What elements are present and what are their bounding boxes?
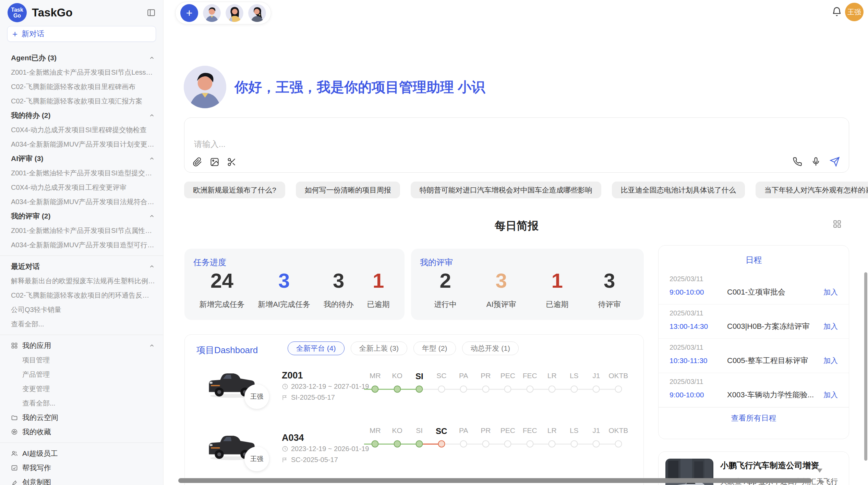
sidebar-item[interactable]: C02-飞腾新能源轻客改款项目里程碑画布	[0, 79, 163, 94]
chevron-up-icon	[149, 55, 155, 61]
milestone-ls: LS	[563, 372, 586, 394]
metric-label: 已逾期	[546, 299, 568, 310]
recent-chat-item[interactable]: 公司Q3轻卡销量	[0, 302, 163, 317]
grid-layout-icon[interactable]	[833, 220, 842, 228]
milestone-dot	[394, 440, 401, 448]
project-dashboard-card: 项目Dashboard 全新平台 (4) 全新上装 (3) 年型 (2) 动总开…	[184, 334, 644, 485]
suggestion-chip[interactable]: 欧洲新规最近颁布了什么?	[184, 182, 285, 198]
sidebar-item[interactable]: A034-全新新能源MUV产品开发项目计划变更表编写	[0, 137, 163, 151]
vertical-scrollbar[interactable]	[864, 272, 867, 461]
project-owner-badge: 王强	[244, 447, 269, 471]
milestone-label: KO	[386, 372, 409, 383]
filter-new-platform[interactable]: 全新平台 (4)	[288, 341, 345, 355]
filter-new-body[interactable]: 全新上装 (3)	[351, 341, 408, 355]
user-avatar[interactable]: 王强	[845, 3, 864, 21]
project-flag: SI-2025-05-17	[282, 394, 335, 401]
suggestion-chip[interactable]: 特朗普可能对进口汽车增税会对中国车企造成哪些影响	[411, 182, 601, 198]
milestone-mr: MR	[364, 372, 386, 394]
app-item-project-mgmt[interactable]: 项目管理	[0, 353, 163, 367]
milestone-dot	[548, 386, 556, 393]
sidebar-item[interactable]: Z001-全新燃油轻卡产品开发项目SI造型提交物评审	[0, 166, 163, 180]
suggestion-chip[interactable]: 如何写一份清晰的项目周报	[296, 182, 400, 198]
suggestion-chip[interactable]: 当下年轻人对汽车外观有怎样的喜好趋势	[756, 182, 868, 198]
scroll-right-icon[interactable]	[820, 479, 824, 485]
sidebar-item[interactable]: A034-全新新能源MUV产品开发项目法规符合性评审	[0, 195, 163, 209]
section-my-todo[interactable]: 我的待办 (2)	[0, 108, 163, 123]
mic-icon[interactable]	[811, 157, 821, 166]
section-ai-review[interactable]: AI评审 (3)	[0, 151, 163, 166]
section-agent-done[interactable]: Agent已办 (3)	[0, 51, 163, 65]
section-my-apps[interactable]: 我的应用	[0, 338, 163, 353]
join-meeting-link[interactable]: 加入	[823, 287, 838, 297]
app-item-change-mgmt[interactable]: 变更管理	[0, 382, 163, 396]
join-meeting-link[interactable]: 加入	[823, 322, 838, 331]
briefing-title: 每日简报	[184, 219, 849, 234]
user-name: 王强	[847, 8, 861, 17]
section-recent-chats[interactable]: 最近对话	[0, 259, 163, 274]
paperclip-icon[interactable]	[193, 157, 202, 167]
add-assistant-button[interactable]: +	[180, 4, 198, 22]
horizontal-scrollbar[interactable]	[178, 478, 812, 483]
view-all-schedule-link[interactable]: 查看所有日程	[659, 408, 849, 429]
suggestion-chip[interactable]: 比亚迪全固态电池计划具体说了什么	[612, 182, 745, 198]
phone-icon[interactable]	[793, 157, 802, 166]
milestone-label: LS	[563, 426, 586, 438]
sidebar-item[interactable]: Z001-全新燃油皮卡产品开发项目SI节点Lesson Learn报告	[0, 65, 163, 79]
filter-powertrain[interactable]: 动总开发 (1)	[462, 341, 519, 355]
section-my-review[interactable]: 我的评审 (2)	[0, 209, 163, 223]
sidebar-item-favorites[interactable]: 我的收藏	[0, 425, 163, 439]
section-label: Agent已办 (3)	[11, 53, 57, 63]
milestone-sc: SC	[431, 372, 453, 394]
assistant-avatar-3[interactable]	[248, 4, 266, 22]
milestone-j1: J1	[585, 372, 607, 394]
schedule-card: 日程 2025/03/11 9:00-10:00 C001-立项审批会 加入 2…	[658, 245, 849, 439]
app-item-product-mgmt[interactable]: 产品管理	[0, 367, 163, 382]
recent-chat-item[interactable]: C02-飞腾新能源轻客改款项目的闭环通告反馈情况	[0, 288, 163, 302]
plus-icon: +	[12, 30, 17, 38]
join-meeting-link[interactable]: 加入	[823, 390, 838, 400]
sidebar-item-creative-draw[interactable]: 创意制图	[0, 475, 163, 485]
section-label: AI评审 (3)	[11, 154, 44, 163]
view-all-chats-link[interactable]: 查看全部...	[0, 317, 163, 331]
milestone-label: SC	[431, 426, 453, 438]
chevron-up-icon	[149, 156, 155, 162]
my-review-card: 我的评审 2 进行中 3 AI预评审 1 已逾期 3 待评审	[411, 249, 644, 320]
schedule-time: 9:00-10:00	[670, 391, 727, 399]
scroll-down-icon[interactable]	[817, 469, 822, 473]
sidebar-item-label: 创意制图	[22, 477, 51, 485]
sidebar-item[interactable]: A034-全新新能源MUV产品开发项目造型可行性评审	[0, 238, 163, 252]
sidebar-item[interactable]: C0X4-动力总成开发项目工程变更评审	[0, 180, 163, 195]
dashboard-filters: 全新平台 (4) 全新上装 (3) 年型 (2) 动总开发 (1)	[288, 341, 519, 355]
notifications-bell-icon[interactable]	[831, 6, 842, 17]
scissors-icon[interactable]	[227, 157, 237, 167]
sidebar-item-ai-super-staff[interactable]: AI超级员工	[0, 446, 163, 461]
recent-chat-item[interactable]: 解释最新出台的欧盟报废车法规再生塑料比例被调至15%...	[0, 274, 163, 288]
milestone-ko: KO	[386, 426, 409, 449]
milestone-dot	[570, 440, 578, 448]
sidebar-item-help-write[interactable]: 帮我写作	[0, 461, 163, 475]
milestone-label: MR	[364, 426, 386, 438]
sidebar-collapse-icon[interactable]	[147, 8, 156, 17]
assistant-avatar-1[interactable]	[203, 4, 221, 22]
sidebar-item-cloud-space[interactable]: 我的云空间	[0, 410, 163, 425]
join-meeting-link[interactable]: 加入	[823, 356, 838, 365]
new-chat-button[interactable]: + 新对话	[7, 26, 156, 42]
send-icon[interactable]	[830, 157, 840, 167]
metric-overdue: 1 已逾期	[546, 270, 568, 310]
metric-value: 24	[199, 270, 244, 292]
sidebar-list: Agent已办 (3) Z001-全新燃油皮卡产品开发项目SI节点Lesson …	[0, 51, 163, 485]
milestone-label: PR	[475, 426, 497, 438]
sidebar-item[interactable]: C02-飞腾新能源轻客改款项目立项汇报方案	[0, 94, 163, 108]
filter-year-model[interactable]: 年型 (2)	[413, 341, 456, 355]
metric-value: 3	[598, 270, 621, 292]
image-icon[interactable]	[210, 157, 219, 167]
assistant-avatar-2[interactable]	[226, 4, 243, 22]
chat-input[interactable]	[193, 139, 606, 149]
sidebar-item[interactable]: C0X4-动力总成开发项目SI里程碑提交物检查	[0, 123, 163, 137]
section-label: 我的评审 (2)	[11, 211, 51, 221]
view-all-apps-link[interactable]: 查看全部...	[0, 396, 163, 410]
milestone-dot	[416, 440, 423, 448]
sidebar-item[interactable]: Z001-全新燃油轻卡产品开发项目SI节点属性5D文件评审	[0, 223, 163, 238]
project-flag-text: SC-2025-05-17	[291, 456, 338, 464]
users-icon	[11, 450, 18, 457]
